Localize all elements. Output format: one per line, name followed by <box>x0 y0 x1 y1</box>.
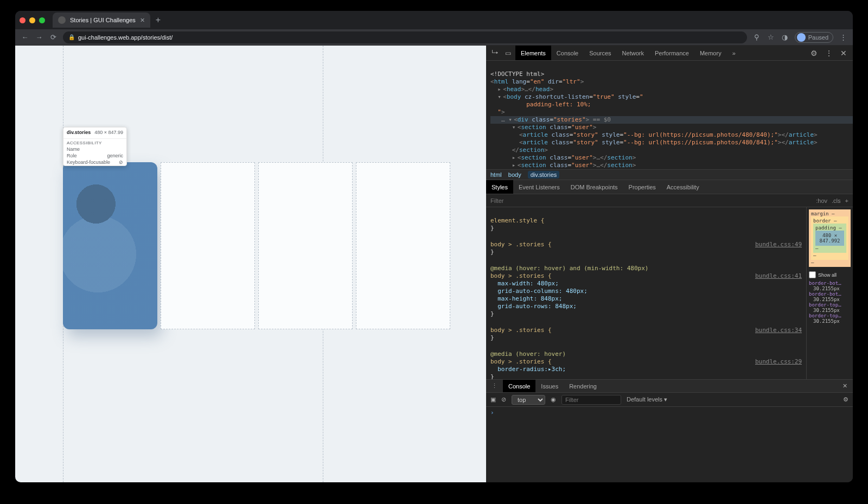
tab-console[interactable]: Console <box>551 46 584 60</box>
back-button[interactable]: ← <box>21 33 29 41</box>
tab-memory[interactable]: Memory <box>694 46 727 60</box>
device-toggle-icon[interactable]: ▭ <box>502 49 513 57</box>
stories-row <box>63 162 450 329</box>
forward-button[interactable]: → <box>35 33 43 41</box>
content-area: div.stories 480 × 847.99 ACCESSIBILITY N… <box>15 46 853 482</box>
drawer-tab-rendering[interactable]: Rendering <box>564 380 602 392</box>
clear-console-icon[interactable]: ⊘ <box>501 396 506 403</box>
reload-button[interactable]: ⟳ <box>49 33 58 41</box>
favicon <box>58 16 66 24</box>
crumb-stories[interactable]: div.stories <box>528 171 560 178</box>
tooltip-section: ACCESSIBILITY <box>63 140 126 146</box>
drawer-menu-icon[interactable]: ⋮ <box>486 380 503 392</box>
computed-row: border-top…30.2155px <box>809 313 851 324</box>
profile-button[interactable]: Paused <box>795 32 833 43</box>
story-card-placeholder[interactable] <box>161 162 255 329</box>
console-filter-input[interactable] <box>561 395 621 405</box>
box-model[interactable]: margin – border – padding – 480 × 847.99… <box>809 209 851 267</box>
styles-filter-input[interactable]: Filter <box>490 197 812 204</box>
show-all-checkbox[interactable]: Show all <box>809 271 851 278</box>
more-menu-icon[interactable]: ⋮ <box>822 49 835 58</box>
context-select[interactable]: top <box>512 395 545 405</box>
console-prompt-icon: › <box>490 409 494 416</box>
console-settings-icon[interactable]: ⚙ <box>843 396 848 403</box>
new-tab-button[interactable]: + <box>150 15 166 25</box>
tab-performance[interactable]: Performance <box>649 46 694 60</box>
levels-select[interactable]: Default levels ▾ <box>627 396 667 403</box>
tabstrip: Stories | GUI Challenges ✕ + <box>15 11 853 29</box>
subtab-dom-breakpoints[interactable]: DOM Breakpoints <box>565 180 623 194</box>
avatar <box>797 33 806 42</box>
browser-window: Stories | GUI Challenges ✕ + ← → ⟳ 🔒 gui… <box>15 11 853 482</box>
minimize-window-button[interactable] <box>29 17 35 23</box>
computed-pane: margin – border – padding – 480 × 847.99… <box>806 207 853 379</box>
search-icon[interactable]: ⚲ <box>752 33 761 41</box>
window-controls <box>20 17 45 23</box>
lock-icon: 🔒 <box>68 34 75 40</box>
close-tab-icon[interactable]: ✕ <box>140 17 145 24</box>
inspect-tooltip: div.stories 480 × 847.99 ACCESSIBILITY N… <box>63 127 127 166</box>
tab-title: Stories | GUI Challenges <box>70 17 136 23</box>
devtools-panel: ⮡ ▭ Elements Console Sources Network Per… <box>486 46 853 482</box>
subtab-accessibility[interactable]: Accessibility <box>661 180 705 194</box>
story-card-placeholder[interactable] <box>356 162 450 329</box>
address-bar[interactable]: 🔒 gui-challenges.web.app/stories/dist/ <box>63 31 747 43</box>
styles-pane[interactable]: element.style { } bundle.css:49body > .s… <box>486 207 806 379</box>
close-devtools-icon[interactable]: ✕ <box>838 49 850 58</box>
sidebar-toggle-icon[interactable]: ▣ <box>490 396 496 403</box>
computed-row: border-bot…30.2155px <box>809 291 851 302</box>
subtab-styles[interactable]: Styles <box>486 180 513 194</box>
styles-subtabs: Styles Event Listeners DOM Breakpoints P… <box>486 180 853 194</box>
settings-icon[interactable]: ⚙ <box>808 49 820 58</box>
hov-toggle[interactable]: :hov <box>816 197 827 204</box>
tooltip-selector: div.stories <box>67 130 91 135</box>
subtab-properties[interactable]: Properties <box>623 180 661 194</box>
devtools-tabs: Elements Console Sources Network Perform… <box>515 46 741 60</box>
styles-filter-bar: Filter :hov .cls + <box>486 194 853 207</box>
url-text: gui-challenges.web.app/stories/dist/ <box>78 34 173 41</box>
dom-breadcrumbs: html body div.stories <box>486 169 853 180</box>
computed-row: border-top…30.2155px <box>809 302 851 313</box>
drawer-tab-issues[interactable]: Issues <box>535 380 564 392</box>
browser-tab[interactable]: Stories | GUI Challenges ✕ <box>53 12 150 28</box>
live-expression-icon[interactable]: ◉ <box>551 396 556 403</box>
crumb-html[interactable]: html <box>490 171 502 178</box>
cls-toggle[interactable]: .cls <box>832 197 841 204</box>
tab-elements[interactable]: Elements <box>515 46 551 60</box>
story-card-placeholder[interactable] <box>258 162 353 329</box>
console-drawer: ⋮ Console Issues Rendering ✕ ▣ ⊘ top ◉ D… <box>486 379 853 482</box>
story-card-highlighted[interactable] <box>63 162 157 329</box>
more-tabs-icon[interactable]: » <box>727 46 741 60</box>
computed-row: border-bot…30.2155px <box>809 280 851 291</box>
fullscreen-window-button[interactable] <box>39 17 45 23</box>
bookmark-icon[interactable]: ☆ <box>767 33 775 41</box>
inspect-element-icon[interactable]: ⮡ <box>489 49 500 57</box>
drawer-tab-console[interactable]: Console <box>503 380 535 392</box>
close-window-button[interactable] <box>20 17 25 23</box>
tab-sources[interactable]: Sources <box>584 46 616 60</box>
menu-icon[interactable]: ⋮ <box>839 33 847 41</box>
rendered-page[interactable]: div.stories 480 × 847.99 ACCESSIBILITY N… <box>15 46 486 482</box>
tab-network[interactable]: Network <box>617 46 649 60</box>
crumb-body[interactable]: body <box>508 171 521 178</box>
tooltip-dimensions: 480 × 847.99 <box>94 130 123 135</box>
console-body[interactable]: › <box>486 407 853 482</box>
browser-toolbar: ← → ⟳ 🔒 gui-challenges.web.app/stories/d… <box>15 29 853 46</box>
close-drawer-icon[interactable]: ✕ <box>837 380 853 392</box>
subtab-event-listeners[interactable]: Event Listeners <box>513 180 565 194</box>
devtools-toolbar: ⮡ ▭ Elements Console Sources Network Per… <box>486 46 853 61</box>
new-style-button[interactable]: + <box>845 197 848 204</box>
extension-icon[interactable]: ◑ <box>781 33 789 41</box>
dom-tree[interactable]: <!DOCTYPE html> <html lang="en" dir="ltr… <box>486 61 853 169</box>
